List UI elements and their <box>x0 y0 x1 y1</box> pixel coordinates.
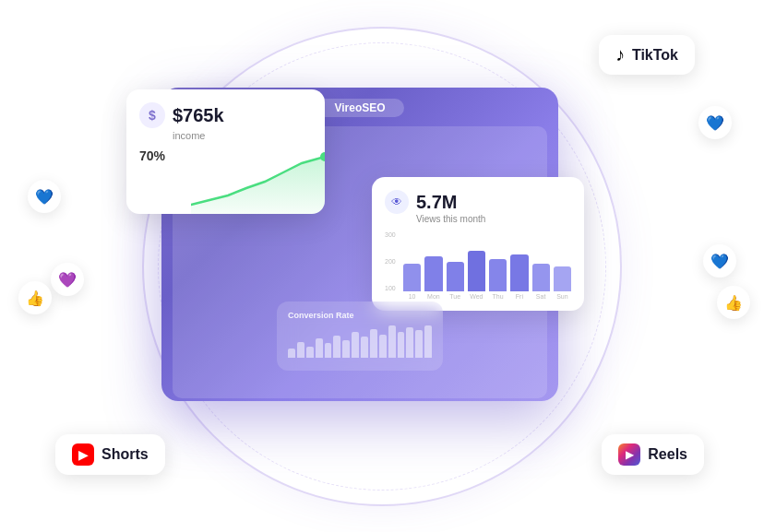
bar-1 <box>403 264 421 291</box>
conv-bar-8 <box>352 332 359 358</box>
bar-2 <box>424 256 442 291</box>
bar-3 <box>447 262 464 292</box>
floating-thumb-2: 👍 <box>717 286 750 319</box>
shorts-label: Shorts <box>101 446 149 463</box>
bar-6 <box>510 254 528 291</box>
bar-chart-y-axis: 300 200 100 <box>385 231 396 291</box>
conv-bar-11 <box>379 335 387 358</box>
conv-bar-7 <box>342 340 350 358</box>
conv-bar-14 <box>406 327 413 358</box>
conv-bar-3 <box>306 347 314 358</box>
bar-chart-grid: 300 200 100 <box>385 231 571 291</box>
shorts-icon: ▶ <box>72 443 94 466</box>
browser-title: VireoSEO <box>316 99 403 117</box>
conv-bar-4 <box>316 338 323 358</box>
conv-bar-2 <box>297 342 304 359</box>
income-card: $ $765k income 70% <box>126 89 325 214</box>
reels-icon: ▶ <box>618 443 640 466</box>
income-amount: $765k <box>173 105 224 126</box>
tiktok-icon: ♪ <box>615 44 625 65</box>
dollar-icon: $ <box>139 102 165 128</box>
floating-heart-3: 💜 <box>51 263 84 296</box>
tiktok-badge: ♪ TikTok <box>599 35 695 75</box>
conv-bar-9 <box>361 337 368 358</box>
income-label: income <box>173 130 312 141</box>
conv-bar-1 <box>288 349 295 359</box>
floating-heart-1: 💙 <box>28 180 61 213</box>
reels-badge: ▶ Reels <box>602 434 704 475</box>
conv-bar-10 <box>370 329 377 359</box>
bar-4 <box>468 251 485 291</box>
shorts-badge: ▶ Shorts <box>55 434 165 475</box>
income-line-chart <box>191 149 325 214</box>
bar-chart-labels: 10 Mon Tue Wed Thu Fri Sat Sun <box>385 293 571 300</box>
income-header: $ $765k <box>139 102 312 128</box>
views-card: 👁 5.7M Views this month 300 200 100 <box>372 177 584 311</box>
scene: 💙 💙 💜 💙 👍 👍 ♪ TikTok VireoSEO $ <box>0 0 764 532</box>
conv-bar-5 <box>325 343 332 358</box>
conv-bar-15 <box>415 330 423 358</box>
browser-content: $ $765k income 70% <box>173 126 547 398</box>
views-amount: 5.7M <box>416 192 457 213</box>
browser-window: VireoSEO $ $765k income 70% <box>161 88 558 401</box>
views-header: 👁 5.7M <box>385 190 571 214</box>
conv-bar-16 <box>424 325 432 358</box>
conversion-card: Conversion Rate <box>277 301 443 371</box>
bar-7 <box>532 264 550 291</box>
bar-8 <box>554 266 571 291</box>
conv-bar-6 <box>333 336 340 359</box>
eye-icon: 👁 <box>385 190 409 214</box>
bar-5 <box>489 259 507 291</box>
conversion-bars <box>288 325 432 358</box>
floating-heart-4: 💙 <box>703 244 736 278</box>
floating-heart-2: 💙 <box>698 106 732 139</box>
bar-chart: 300 200 100 10 <box>385 231 571 300</box>
conv-bar-13 <box>398 332 405 358</box>
reels-label: Reels <box>648 446 687 463</box>
conversion-label: Conversion Rate <box>288 311 432 320</box>
views-label: Views this month <box>416 214 571 224</box>
tiktok-label: TikTok <box>632 47 678 64</box>
floating-thumb-1: 👍 <box>18 281 52 314</box>
conv-bar-12 <box>388 325 396 358</box>
